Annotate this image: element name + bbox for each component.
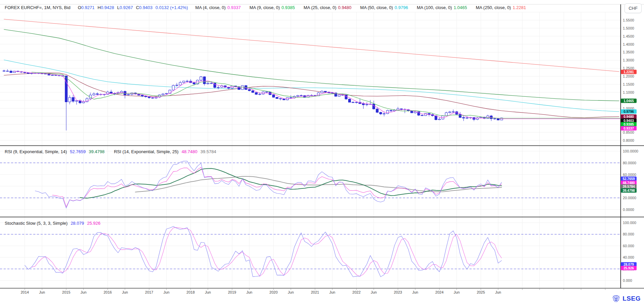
candle-body bbox=[10, 71, 12, 73]
candle-body bbox=[414, 112, 416, 113]
candle-body bbox=[459, 114, 461, 118]
ma-legend-items: MA (4, close, 0)0.9337MA (9, close, 0)0.… bbox=[195, 5, 526, 10]
candle-body bbox=[497, 119, 499, 120]
price-value-badge: 0.9337 bbox=[621, 126, 637, 130]
rsi-value: 39.4798 bbox=[89, 149, 105, 154]
candle-body bbox=[428, 114, 430, 115]
year-label: 2015 bbox=[62, 290, 70, 294]
candle-body bbox=[93, 94, 95, 95]
month-label: Jun bbox=[371, 290, 377, 294]
price-tick-label: 1.3000 bbox=[623, 58, 634, 62]
ma-legend-item[interactable]: MA (9, close, 0)0.9385 bbox=[249, 5, 295, 10]
candle-body bbox=[148, 97, 150, 98]
candle-body bbox=[203, 77, 206, 84]
stoch-tick-label: 0.000 bbox=[623, 278, 632, 283]
candle-body bbox=[238, 87, 240, 90]
month-label: Jun bbox=[412, 290, 418, 294]
month-label: Jun bbox=[39, 290, 45, 294]
ma-label: MA (50, close, 0) bbox=[360, 5, 393, 10]
candle-body bbox=[217, 87, 219, 88]
stoch-tick-label: 100.000 bbox=[623, 221, 636, 225]
ma-legend-item[interactable]: MA (4, close, 0)0.9337 bbox=[195, 5, 241, 10]
ma-value: 0.9796 bbox=[395, 5, 408, 10]
ma-label: MA (100, close, 0) bbox=[417, 5, 452, 10]
ma-value: 0.9480 bbox=[338, 5, 352, 10]
candle-body bbox=[452, 112, 454, 112]
stoch-label: Stochastic Slow (5, 3, 3, Simple) bbox=[5, 221, 68, 226]
price-tick-label: 1.4500 bbox=[623, 34, 634, 38]
candle-body bbox=[255, 92, 257, 94]
rsi-legend: RSI (9, Exponential, Simple, 14)52.76593… bbox=[5, 149, 216, 154]
candle-body bbox=[165, 93, 168, 94]
candle-body bbox=[466, 118, 468, 118]
ma-label: MA (4, close, 0) bbox=[195, 5, 226, 10]
candle-body bbox=[362, 104, 365, 105]
month-label: Jun bbox=[246, 290, 252, 294]
currency-button[interactable]: CHF bbox=[625, 3, 642, 13]
candle-body bbox=[296, 95, 299, 96]
ma250-line bbox=[4, 19, 619, 72]
ma-value: 1.2281 bbox=[513, 5, 526, 10]
candle-body bbox=[366, 104, 368, 105]
candle-body bbox=[51, 75, 53, 75]
price-value-badge: 0.9796 bbox=[621, 110, 637, 114]
price-tick-label: 1.5000 bbox=[623, 26, 634, 30]
ohlc-value: 0.9428 bbox=[101, 5, 114, 10]
candle-body bbox=[75, 101, 78, 101]
lseg-emblem bbox=[612, 295, 620, 303]
stoch-value-badge: 25.926 bbox=[621, 266, 637, 270]
year-label: 2021 bbox=[311, 290, 319, 294]
candle-body bbox=[96, 94, 98, 94]
candle-body bbox=[276, 97, 278, 99]
candle-body bbox=[279, 98, 282, 99]
candle-body bbox=[355, 102, 358, 102]
candle-body bbox=[383, 114, 385, 114]
candle-body bbox=[400, 109, 403, 109]
candle-body bbox=[462, 118, 465, 118]
candle-body bbox=[252, 91, 254, 92]
ma9-line bbox=[32, 72, 620, 118]
candle-body bbox=[331, 93, 333, 93]
ma-legend-item[interactable]: MA (100, close, 0)1.0465 bbox=[417, 5, 467, 10]
candle-body bbox=[345, 95, 347, 99]
ma-label: MA (9, close, 0) bbox=[249, 5, 280, 10]
rsi-label: RSI (14, Exponential, Simple, 25) bbox=[114, 149, 178, 154]
ohlc-value: 0.9403 bbox=[139, 5, 153, 10]
candle-body bbox=[6, 71, 9, 71]
year-label: 2018 bbox=[187, 290, 195, 294]
price-tick-label: 1.2000 bbox=[623, 74, 634, 78]
year-label: 2020 bbox=[270, 290, 278, 294]
month-label: Jun bbox=[81, 290, 87, 294]
candle-body bbox=[449, 112, 451, 113]
ma100-line bbox=[4, 30, 619, 101]
candle-body bbox=[127, 94, 130, 95]
candle-body bbox=[110, 92, 112, 93]
candle-body bbox=[372, 104, 375, 109]
candle-body bbox=[200, 77, 202, 80]
ma-legend-item[interactable]: MA (250, close, 0)1.2281 bbox=[476, 5, 526, 10]
ma-legend-item[interactable]: MA (50, close, 0)0.9796 bbox=[360, 5, 408, 10]
candle-body bbox=[421, 115, 423, 116]
stoch-k-line bbox=[25, 226, 502, 277]
candle-body bbox=[172, 85, 174, 90]
candle-body bbox=[390, 111, 392, 111]
ohlc-item: L0.9267 bbox=[117, 5, 133, 10]
candle-body bbox=[411, 111, 413, 113]
candle-body bbox=[338, 95, 340, 96]
rsi-tick-label: 60.0000 bbox=[623, 173, 636, 177]
ma-value: 0.9385 bbox=[281, 5, 295, 10]
price-panel-legend: FOREX EURCHF=, 1M, NYS, Bid O0.9271H0.94… bbox=[5, 5, 526, 10]
rsi-legend-item[interactable]: RSI (9, Exponential, Simple, 14)52.76593… bbox=[5, 149, 105, 154]
ma-legend-item[interactable]: MA (25, close, 0)0.9480 bbox=[304, 5, 351, 10]
candle-body bbox=[480, 117, 482, 118]
price-value-badge: 1.2281 bbox=[621, 70, 637, 74]
stoch-value: 28.079 bbox=[71, 221, 84, 226]
rsi-legend-item[interactable]: RSI (14, Exponential, Simple, 25)48.7480… bbox=[114, 149, 216, 154]
stoch-legend-item[interactable]: Stochastic Slow (5, 3, 3, Simple)28.0792… bbox=[5, 221, 100, 226]
ohlc-item: C0.9403 bbox=[136, 5, 152, 10]
candle-body bbox=[183, 81, 185, 82]
year-label: 2014 bbox=[21, 290, 29, 294]
stoch-tick-label: 60.000 bbox=[623, 244, 634, 248]
rsi-value: 39.5784 bbox=[200, 149, 216, 154]
instrument-title[interactable]: FOREX EURCHF=, 1M, NYS, Bid bbox=[5, 5, 70, 10]
